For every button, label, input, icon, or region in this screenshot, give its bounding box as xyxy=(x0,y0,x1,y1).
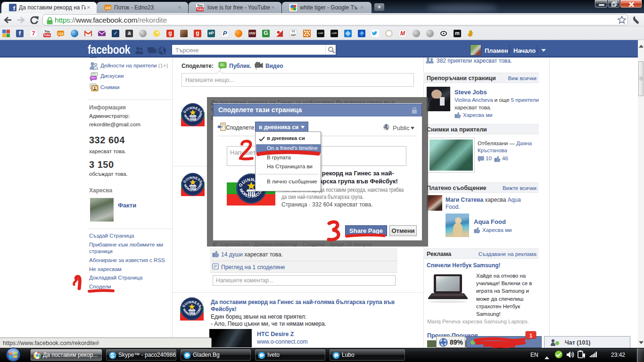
svg-text:f: f xyxy=(13,5,16,11)
svg-text:Tube: Tube xyxy=(196,8,203,11)
svg-text:Tube: Tube xyxy=(43,33,50,37)
svg-text:You: You xyxy=(197,4,203,7)
svg-text:123: 123 xyxy=(105,6,111,9)
svg-text:123: 123 xyxy=(58,32,64,35)
svg-text:You: You xyxy=(44,30,50,33)
